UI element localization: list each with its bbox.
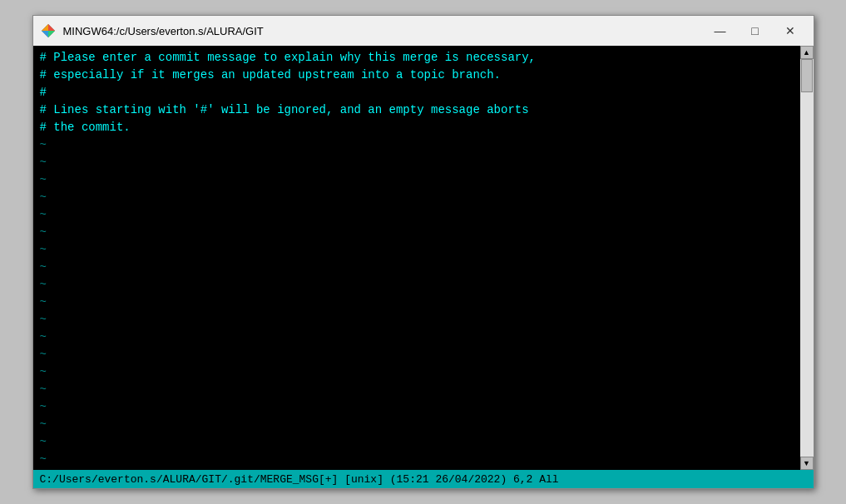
terminal-line: ~ [40,433,794,451]
terminal-line: ~ [40,171,794,189]
terminal-line: ~ [40,381,794,398]
terminal-line: # especially if it merges an updated ups… [40,67,794,84]
terminal-line: ~ [40,311,794,329]
title-bar: MINGW64:/c/Users/everton.s/ALURA/GIT — □… [33,16,814,46]
terminal-line: ~ [40,398,794,416]
terminal-body: # Please enter a commit message to expla… [33,46,814,470]
terminal-line: ~ [40,451,794,468]
close-button[interactable]: ✕ [774,19,807,42]
terminal-line: ~ [40,136,794,154]
terminal-line: ~ [40,206,794,224]
status-text: C:/Users/everton.s/ALURA/GIT/.git/MERGE_… [40,473,559,486]
app-icon [40,22,57,39]
status-bar: C:/Users/everton.s/ALURA/GIT/.git/MERGE_… [33,470,814,488]
scroll-down-arrow[interactable]: ▼ [800,457,814,470]
scroll-up-arrow[interactable]: ▲ [800,46,814,59]
svg-marker-3 [42,31,48,37]
terminal-line: # Lines starting with '#' will be ignore… [40,101,794,119]
maximize-button[interactable]: □ [739,19,772,42]
terminal-line: ~ [40,154,794,171]
minimize-button[interactable]: — [704,19,737,42]
window-title: MINGW64:/c/Users/everton.s/ALURA/GIT [63,25,697,37]
terminal-line: # [40,84,794,101]
terminal-line: # the commit. [40,119,794,136]
window-controls: — □ ✕ [704,19,807,42]
svg-marker-4 [42,24,48,31]
terminal-line: ~ [40,241,794,259]
terminal-line: ~ [40,259,794,276]
terminal-line: ~ [40,416,794,433]
terminal-line: ~ [40,329,794,346]
scrollbar-thumb[interactable] [801,59,813,92]
terminal-line: ~ [40,189,794,206]
terminal-line: ~ [40,363,794,381]
terminal-content[interactable]: # Please enter a commit message to expla… [33,46,800,470]
scrollbar[interactable]: ▲ ▼ [800,46,814,470]
terminal-line: ~ [40,276,794,294]
terminal-window: MINGW64:/c/Users/everton.s/ALURA/GIT — □… [32,15,814,489]
terminal-line: ~ [40,294,794,311]
scrollbar-track[interactable] [800,59,814,457]
terminal-line: ~ [40,346,794,363]
terminal-line: ~ [40,224,794,241]
terminal-line: # Please enter a commit message to expla… [40,49,794,67]
